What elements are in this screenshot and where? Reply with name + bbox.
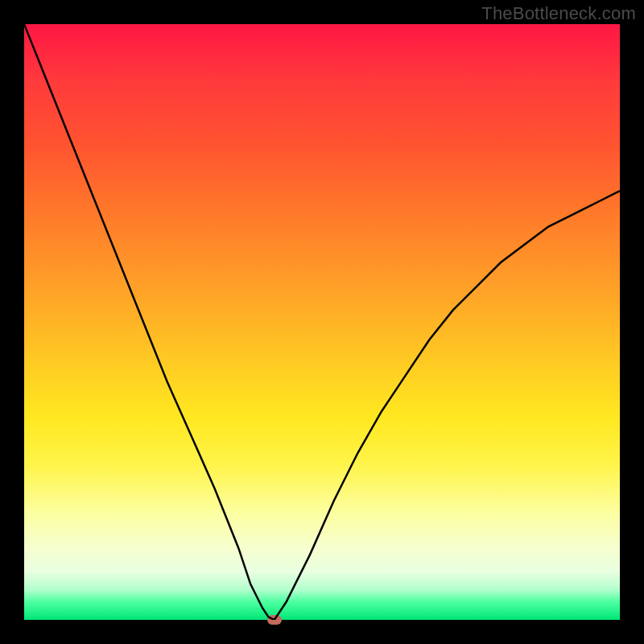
curve-path — [24, 24, 620, 620]
bottleneck-curve — [24, 24, 620, 620]
watermark-text: TheBottleneck.com — [481, 3, 636, 24]
chart-frame: TheBottleneck.com — [0, 0, 644, 644]
plot-area — [24, 24, 620, 620]
